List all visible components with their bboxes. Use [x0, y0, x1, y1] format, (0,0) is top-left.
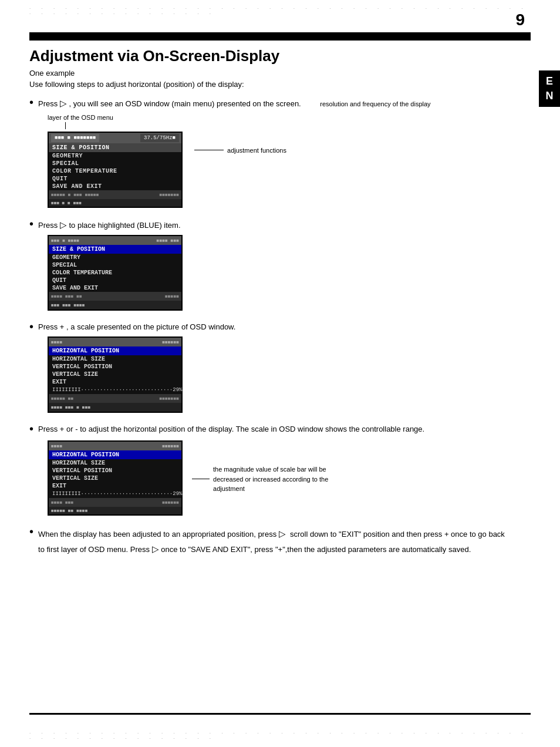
- osd3-footer-left: ■■■■■ ■■: [51, 396, 73, 401]
- bullet-5-marker: •: [29, 525, 33, 539]
- bullet-2-marker: •: [29, 217, 33, 231]
- osd4-item-4: EXIT: [49, 482, 181, 490]
- bullet-1-arrow: ▷: [60, 98, 67, 108]
- bullet-1-content: Press ▷ , you will see an OSD window (ma…: [38, 97, 507, 208]
- osd1-footer: ■■■■■ ■ ■■■ ■■■■■ ■■■■■■■: [49, 190, 181, 199]
- bullet-5-text: When the display has been adjusted to an…: [38, 526, 507, 556]
- osd2-item-0: SIZE & POSITION: [49, 245, 181, 254]
- osd3-scale: IIIIIIIII·····························29…: [49, 386, 181, 394]
- osd4-footer: ■■■■ ■■■ ■■■■■■: [49, 498, 181, 507]
- osd4-item-2: VERTICAL POSITION: [49, 467, 181, 475]
- osd1-item-1: GEOMETRY: [49, 152, 181, 160]
- osd3-header: ■■■■ ■■■■■■: [49, 338, 181, 346]
- bullet-4: • Press + or - to adjust the horizontal …: [29, 423, 507, 516]
- osd-window-2: ■■■ ■ ■■■■ ■■■■ ■■■ SIZE & POSITION GEOM…: [48, 235, 183, 311]
- page-number: 9: [515, 11, 525, 29]
- bullet-5-content: When the display has been adjusted to an…: [38, 526, 507, 556]
- osd2-item-1: GEOMETRY: [49, 254, 181, 261]
- bullet-2-arrow: ▷: [60, 220, 67, 230]
- osd4-scale: IIIIIIIII·····························29…: [49, 490, 181, 498]
- osd2-footer: ■■■■ ■■■ ■■ ■■■■■: [49, 292, 181, 301]
- osd1-item-3: COLOR TEMPERATURE: [49, 167, 181, 175]
- osd3-footer2: ■■■■ ■■■ ■ ■■■: [49, 403, 181, 412]
- osd2-header-left: ■■■ ■ ■■■■: [51, 238, 79, 243]
- horiz-line-magnitude: [192, 479, 210, 479]
- osd1-footer-left: ■■■■■ ■ ■■■ ■■■■■: [51, 192, 99, 197]
- osd1-header-left: ■■■ ■ ■■■■■■■: [51, 134, 99, 142]
- osd2-header-right: ■■■■ ■■■: [157, 238, 179, 243]
- bullet-5: • When the display has been adjusted to …: [29, 526, 507, 556]
- bullet-1-marker: •: [29, 96, 33, 109]
- bullet-3-text: Press + , a scale presented on the pictu…: [38, 321, 507, 333]
- annotation-magnitude-text: the magnitude value of scale bar will be…: [213, 465, 330, 494]
- osd3-item-4: EXIT: [49, 378, 181, 386]
- osd4-item-3: VERTICAL SIZE: [49, 475, 181, 482]
- subtitle: One example: [29, 69, 507, 78]
- osd-window-1: ■■■ ■ ■■■■■■■ 37.5/75Hz■ SIZE & POSITION…: [48, 132, 183, 208]
- bullet-4-marker: •: [29, 422, 33, 436]
- bullet-2-content: Press ▷ to place highlighted (BLUE) item…: [38, 218, 507, 311]
- bullet-5-arrow2: ▷: [152, 544, 159, 554]
- osd3-header-right: ■■■■■■: [162, 339, 179, 345]
- osd2-footer-left: ■■■■ ■■■ ■■: [51, 294, 82, 299]
- vertical-line-1: [65, 122, 66, 129]
- bullet-4-text: Press + or - to adjust the horizontal po…: [38, 423, 507, 435]
- label-layer-osd-menu: layer of the OSD menu: [48, 114, 507, 121]
- osd1-footer-right: ■■■■■■■: [159, 192, 179, 197]
- bullet-1-rest: , you will see an OSD window (main menu)…: [67, 99, 431, 108]
- bullet-3-content: Press + , a scale presented on the pictu…: [38, 321, 507, 413]
- osd3-footer-right: ■■■■■■■: [159, 396, 179, 401]
- osd1-item-5: SAVE AND EXIT: [49, 183, 181, 190]
- osd2-footer-right: ■■■■■: [165, 294, 179, 299]
- osd2-item-5: SAVE AND EXIT: [49, 284, 181, 292]
- dots-top: · · · · · · · · · · · · · · · · · · · · …: [29, 6, 531, 16]
- osd1-item-4: QUIT: [49, 175, 181, 183]
- osd2-footer2: ■■■ ■■■ ■■■■: [49, 301, 181, 309]
- osd4-item-0: HORIZONTAL POSITION: [49, 450, 181, 459]
- annotation-magnitude: the magnitude value of scale bar will be…: [192, 465, 330, 494]
- osd1-header-right: 37.5/75Hz■: [140, 134, 179, 142]
- osd2-item-2: SPECIAL: [49, 261, 181, 269]
- osd2-item-3: COLOR TEMPERATURE: [49, 269, 181, 277]
- horiz-line-adj: [194, 150, 224, 150]
- osd4-header-right: ■■■■■■: [162, 443, 179, 449]
- osd3-item-0: HORIZONTAL POSITION: [49, 346, 181, 355]
- annotation-adj-text: adjustment functions: [227, 147, 286, 154]
- bullet-5-arrow1: ▷: [279, 529, 286, 539]
- description: Use following steps to adjust horizontal…: [29, 80, 507, 89]
- bullet-1-text: Press ▷ , you will see an OSD window (ma…: [38, 97, 507, 110]
- osd1-footer2: ■■■ ■ ■ ■■■: [49, 199, 181, 207]
- bullet-1-press: Press: [38, 99, 60, 108]
- osd2-item-4: QUIT: [49, 277, 181, 284]
- bullet-3-marker: •: [29, 320, 33, 334]
- osd3-footer2-text: ■■■■ ■■■ ■ ■■■: [51, 405, 90, 410]
- bullet-1: • Press ▷ , you will see an OSD window (…: [29, 97, 507, 208]
- annotation-adj-functions: adjustment functions: [194, 147, 286, 154]
- osd4-footer2: ■■■■■ ■■ ■■■■: [49, 507, 181, 514]
- osd3-item-3: VERTICAL SIZE: [49, 371, 181, 378]
- osd4-item-1: HORIZONTAL SIZE: [49, 459, 181, 467]
- main-content: Adjustment via On-Screen-Display One exa…: [29, 47, 507, 706]
- osd-window-3: ■■■■ ■■■■■■ HORIZONTAL POSITION HORIZONT…: [48, 337, 183, 413]
- bullet-2-text: Press ▷ to place highlighted (BLUE) item…: [38, 218, 507, 232]
- osd3-footer: ■■■■■ ■■ ■■■■■■■: [49, 394, 181, 403]
- osd1-footer2-left: ■■■: [51, 200, 59, 206]
- bullet-3: • Press + , a scale presented on the pic…: [29, 321, 507, 413]
- osd1-row: ■■■ ■ ■■■■■■■ 37.5/75Hz■ SIZE & POSITION…: [38, 129, 507, 208]
- osd3-header-left: ■■■■: [51, 339, 62, 345]
- bullet-2: • Press ▷ to place highlighted (BLUE) it…: [29, 218, 507, 311]
- osd2-header: ■■■ ■ ■■■■ ■■■■ ■■■: [49, 236, 181, 245]
- page-title: Adjustment via On-Screen-Display: [29, 47, 507, 65]
- osd4-header-left: ■■■■: [51, 443, 62, 449]
- osd4-header: ■■■■ ■■■■■■: [49, 442, 181, 450]
- osd3-item-1: HORIZONTAL SIZE: [49, 355, 181, 363]
- osd1-header: ■■■ ■ ■■■■■■■ 37.5/75Hz■: [49, 133, 181, 143]
- osd1-footer2-right: ■ ■ ■■■: [62, 200, 82, 206]
- en-tab: EN: [539, 70, 560, 107]
- osd1-item-2: SPECIAL: [49, 160, 181, 167]
- osd1-item-0: SIZE & POSITION: [49, 143, 181, 152]
- dots-bottom: · · · · · · · · · · · · · · · · · · · · …: [29, 731, 531, 741]
- osd4-footer2-text: ■■■■■ ■■ ■■■■: [51, 508, 87, 513]
- osd-window-4: ■■■■ ■■■■■■ HORIZONTAL POSITION HORIZONT…: [48, 440, 183, 516]
- top-bar: [29, 32, 531, 41]
